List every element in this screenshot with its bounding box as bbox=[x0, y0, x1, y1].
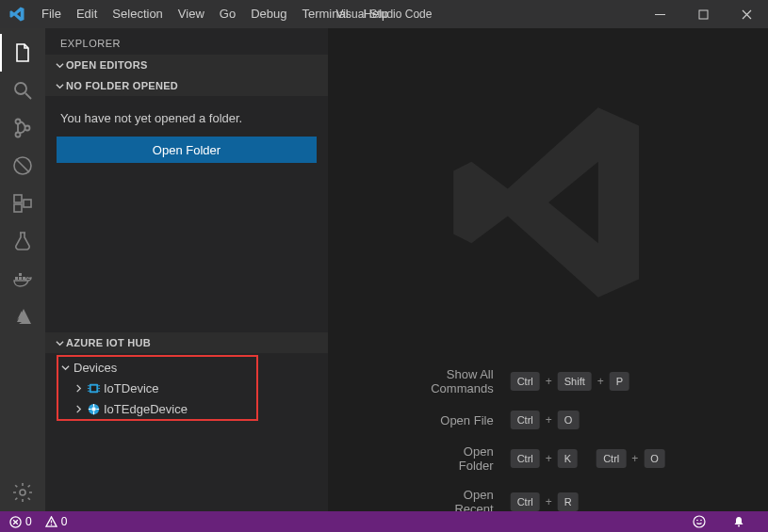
activity-explorer-icon[interactable] bbox=[0, 34, 45, 72]
key: Ctrl bbox=[511, 449, 540, 468]
svg-point-2 bbox=[15, 83, 26, 94]
svg-rect-0 bbox=[655, 14, 665, 15]
key: O bbox=[558, 411, 580, 429]
tree-node-devices[interactable]: Devices bbox=[45, 357, 328, 378]
section-open-editors[interactable]: OPEN EDITORS bbox=[45, 55, 328, 75]
svg-rect-15 bbox=[19, 273, 22, 276]
chevron-down-icon bbox=[53, 82, 66, 90]
svg-line-3 bbox=[25, 93, 31, 99]
menu-view[interactable]: View bbox=[171, 0, 212, 28]
svg-point-5 bbox=[16, 133, 21, 137]
no-folder-message: You have not yet opened a folder. bbox=[60, 111, 313, 125]
svg-rect-10 bbox=[14, 204, 22, 212]
error-icon bbox=[9, 516, 22, 528]
activity-test-icon[interactable] bbox=[0, 222, 45, 260]
tree-node-devices-label: Devices bbox=[72, 361, 117, 375]
plus-icon: + bbox=[546, 452, 552, 465]
svg-point-30 bbox=[694, 516, 705, 527]
sidebar-title: EXPLORER bbox=[45, 28, 328, 55]
vscode-watermark-icon bbox=[435, 89, 662, 315]
explorer-sidebar: EXPLORER OPEN EDITORS NO FOLDER OPENED Y… bbox=[45, 28, 328, 511]
chevron-down-icon bbox=[53, 339, 66, 347]
key: O bbox=[644, 449, 665, 468]
activity-search-icon[interactable] bbox=[0, 72, 45, 109]
statusbar-warnings[interactable]: 0 bbox=[45, 515, 68, 528]
statusbar-feedback[interactable] bbox=[693, 515, 706, 528]
window-minimize-button[interactable] bbox=[638, 0, 681, 28]
main-area: EXPLORER OPEN EDITORS NO FOLDER OPENED Y… bbox=[0, 28, 768, 511]
svg-point-16 bbox=[20, 490, 25, 495]
key: Ctrl bbox=[511, 411, 540, 429]
tree-node-iotdevice[interactable]: IoTDevice bbox=[45, 378, 328, 398]
edge-device-icon bbox=[85, 402, 102, 416]
key: K bbox=[558, 449, 578, 468]
window-close-button[interactable] bbox=[725, 0, 768, 28]
menu-debug[interactable]: Debug bbox=[243, 0, 294, 28]
statusbar-errors-count: 0 bbox=[25, 515, 32, 528]
menu-file[interactable]: File bbox=[34, 0, 69, 28]
menu-go[interactable]: Go bbox=[212, 0, 243, 28]
open-folder-button[interactable]: Open Folder bbox=[57, 137, 317, 163]
chevron-right-icon bbox=[72, 384, 85, 393]
warning-icon bbox=[45, 516, 57, 528]
shortcut-keys: Ctrl+ R bbox=[511, 492, 665, 511]
section-open-editors-label: OPEN EDITORS bbox=[66, 59, 148, 71]
no-folder-body: You have not yet opened a folder. Open F… bbox=[45, 96, 328, 176]
statusbar-warnings-count: 0 bbox=[61, 515, 68, 528]
svg-point-31 bbox=[696, 520, 698, 522]
section-no-folder-label: NO FOLDER OPENED bbox=[66, 80, 178, 91]
key: P bbox=[610, 372, 629, 391]
section-azure-iot-hub[interactable]: AZURE IOT HUB bbox=[45, 332, 328, 353]
welcome-shortcuts: Show All Commands Ctrl+ Shift+ P Open Fi… bbox=[431, 367, 665, 511]
device-icon bbox=[85, 381, 102, 395]
tree-node-iotedgedevice[interactable]: IoTEdgeDevice bbox=[45, 398, 328, 419]
status-bar: 0 0 bbox=[0, 511, 768, 532]
activity-docker-icon[interactable] bbox=[0, 260, 45, 298]
shortcut-keys: Ctrl+ K Ctrl+ O bbox=[511, 449, 665, 468]
svg-rect-14 bbox=[23, 277, 25, 280]
key: Shift bbox=[558, 372, 592, 391]
key: Ctrl bbox=[511, 372, 540, 391]
plus-icon: + bbox=[597, 375, 604, 388]
plus-icon: + bbox=[631, 452, 638, 465]
key: Ctrl bbox=[596, 449, 626, 468]
window-controls bbox=[638, 0, 768, 28]
svg-rect-1 bbox=[699, 10, 708, 19]
plus-icon: + bbox=[546, 413, 552, 427]
activity-bar bbox=[0, 28, 45, 511]
activity-debug-icon[interactable] bbox=[0, 147, 45, 185]
activity-settings-icon[interactable] bbox=[0, 474, 45, 511]
activity-azure-icon[interactable] bbox=[0, 298, 45, 335]
svg-rect-11 bbox=[24, 200, 31, 207]
plus-icon: + bbox=[546, 495, 552, 508]
activity-scm-icon[interactable] bbox=[0, 109, 45, 147]
svg-rect-13 bbox=[19, 277, 22, 280]
shortcut-label: Show All Commands bbox=[431, 367, 493, 395]
svg-rect-18 bbox=[90, 385, 96, 391]
window-maximize-button[interactable] bbox=[681, 0, 725, 28]
svg-point-26 bbox=[91, 407, 95, 411]
activity-extensions-icon[interactable] bbox=[0, 185, 45, 222]
shortcut-keys: Ctrl+ Shift+ P bbox=[511, 372, 665, 391]
svg-rect-12 bbox=[15, 277, 18, 280]
window-title: Visual Studio Code bbox=[336, 0, 433, 28]
svg-point-32 bbox=[700, 520, 702, 522]
statusbar-errors[interactable]: 0 bbox=[9, 515, 32, 528]
menu-edit[interactable]: Edit bbox=[69, 0, 105, 28]
smiley-icon bbox=[693, 515, 706, 528]
svg-point-29 bbox=[50, 524, 51, 524]
shortcut-label: Open File bbox=[431, 413, 493, 427]
plus-icon: + bbox=[546, 375, 552, 388]
chevron-down-icon bbox=[58, 363, 72, 372]
svg-rect-9 bbox=[14, 195, 22, 202]
key: R bbox=[558, 492, 579, 511]
section-no-folder[interactable]: NO FOLDER OPENED bbox=[45, 75, 328, 96]
tree-node-iotdevice-label: IoTDevice bbox=[102, 381, 159, 395]
chevron-down-icon bbox=[53, 61, 66, 70]
statusbar-notifications[interactable] bbox=[732, 515, 745, 528]
key: Ctrl bbox=[511, 492, 540, 511]
menu-selection[interactable]: Selection bbox=[105, 0, 170, 28]
shortcut-label: Open Recent bbox=[431, 488, 493, 511]
chevron-right-icon bbox=[72, 405, 85, 413]
azure-iot-hub-body: Devices IoTDevice IoTEdgeDevice bbox=[45, 353, 328, 511]
